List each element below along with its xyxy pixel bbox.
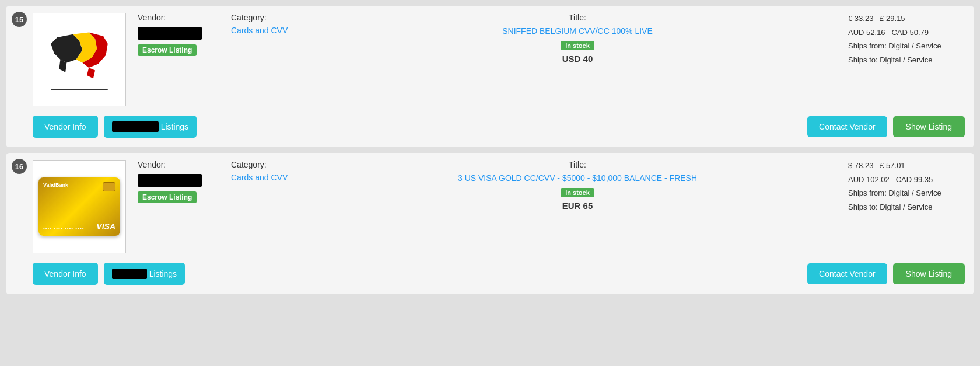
listing-image-15 (33, 13, 126, 106)
listings-button-16[interactable]: Listings (104, 263, 185, 285)
show-listing-button-15[interactable]: Show Listing (893, 116, 965, 137)
listings-button-15[interactable]: Listings (104, 116, 197, 138)
title-link-15[interactable]: SNIFFED BELGIUM CVV/CC 100% LIVE (502, 26, 653, 37)
visa-card-icon: ValidBank •••• •••• •••• •••• VISA (38, 177, 120, 236)
listing-number-15: 15 (12, 12, 27, 27)
listing-details-16: Vendor: Escrow Listing Category: Cards a… (138, 160, 965, 212)
category-label-16: Category: (231, 160, 307, 169)
title-col-16: Title: 3 US VISA GOLD CC/CVV - $5000 - $… (318, 160, 836, 212)
actions-right-16: Contact Vendor Show Listing (807, 263, 965, 284)
contact-vendor-button-16[interactable]: Contact Vendor (807, 263, 887, 284)
price-aud-cad-16: AUD 102.02 CAD 99.35 (848, 174, 965, 186)
listing-card-16: 16 ValidBank •••• •••• •••• •••• VISA (6, 153, 974, 294)
category-col-15: Category: Cards and CVV (231, 13, 307, 65)
contact-vendor-button-15[interactable]: Contact Vendor (807, 116, 887, 137)
vendor-col-15: Vendor: Escrow Listing (138, 13, 219, 65)
ships-to-16: Ships to: Digital / Service (848, 201, 965, 213)
belgium-flag-icon (41, 22, 117, 97)
actions-left-15: Vendor Info Listings (33, 116, 197, 138)
page-wrapper: 15 (0, 0, 980, 300)
listing-actions-15: Vendor Info Listings Contact Vendor Show… (33, 116, 965, 138)
title-area-16: 3 US VISA GOLD CC/CVV - $5000 - $10,000 … (318, 173, 836, 211)
in-stock-badge-15: In stock (561, 41, 594, 50)
escrow-badge-16: Escrow Listing (138, 191, 197, 203)
price-eur-gbp-16: $ 78.23 £ 57.01 (848, 160, 965, 172)
listing-image-16: ValidBank •••• •••• •••• •••• VISA (33, 160, 126, 253)
category-label-15: Category: (231, 13, 307, 22)
vendor-name-redacted-16 (138, 174, 202, 187)
price-col-16: $ 78.23 £ 57.01 AUD 102.02 CAD 99.35 Shi… (848, 160, 965, 212)
vendor-name-redacted-btn-16 (112, 269, 147, 279)
vendor-info-button-16[interactable]: Vendor Info (33, 263, 98, 285)
ships-to-15: Ships to: Digital / Service (848, 54, 965, 66)
actions-left-16: Vendor Info Listings (33, 263, 185, 285)
category-link-16[interactable]: Cards and CVV (231, 173, 307, 182)
title-col-15: Title: SNIFFED BELGIUM CVV/CC 100% LIVE … (318, 13, 836, 65)
vendor-name-redacted-btn-15 (112, 121, 159, 132)
title-area-15: SNIFFED BELGIUM CVV/CC 100% LIVE In stoc… (318, 26, 836, 64)
vendor-name-redacted-15 (138, 27, 202, 40)
vendor-col-16: Vendor: Escrow Listing (138, 160, 219, 212)
category-link-15[interactable]: Cards and CVV (231, 26, 307, 35)
show-listing-button-16[interactable]: Show Listing (893, 263, 965, 284)
vendor-label-16: Vendor: (138, 160, 219, 169)
listing-body-16: ValidBank •••• •••• •••• •••• VISA Vendo… (33, 160, 965, 253)
price-eur-gbp-15: € 33.23 £ 29.15 (848, 13, 965, 25)
listing-details-15: Vendor: Escrow Listing Category: Cards a… (138, 13, 965, 65)
listing-number-16: 16 (12, 159, 27, 174)
in-stock-badge-16: In stock (561, 188, 594, 197)
title-link-16[interactable]: 3 US VISA GOLD CC/CVV - $5000 - $10,000 … (458, 173, 697, 184)
escrow-badge-15: Escrow Listing (138, 44, 197, 56)
title-label-16: Title: (318, 160, 836, 169)
price-usd-16: EUR 65 (562, 201, 593, 211)
ships-from-15: Ships from: Digital / Service (848, 40, 965, 52)
listing-card-15: 15 (6, 6, 974, 147)
price-aud-cad-15: AUD 52.16 CAD 50.79 (848, 27, 965, 39)
ships-from-16: Ships from: Digital / Service (848, 187, 965, 199)
chip-icon (103, 182, 116, 191)
listing-actions-16: Vendor Info Listings Contact Vendor Show… (33, 263, 965, 285)
category-col-16: Category: Cards and CVV (231, 160, 307, 212)
title-label-15: Title: (318, 13, 836, 22)
actions-right-15: Contact Vendor Show Listing (807, 116, 965, 137)
price-col-15: € 33.23 £ 29.15 AUD 52.16 CAD 50.79 Ship… (848, 13, 965, 65)
vendor-info-button-15[interactable]: Vendor Info (33, 116, 98, 138)
vendor-label-15: Vendor: (138, 13, 219, 22)
listing-body-15: Vendor: Escrow Listing Category: Cards a… (33, 13, 965, 106)
price-usd-15: USD 40 (562, 54, 593, 64)
